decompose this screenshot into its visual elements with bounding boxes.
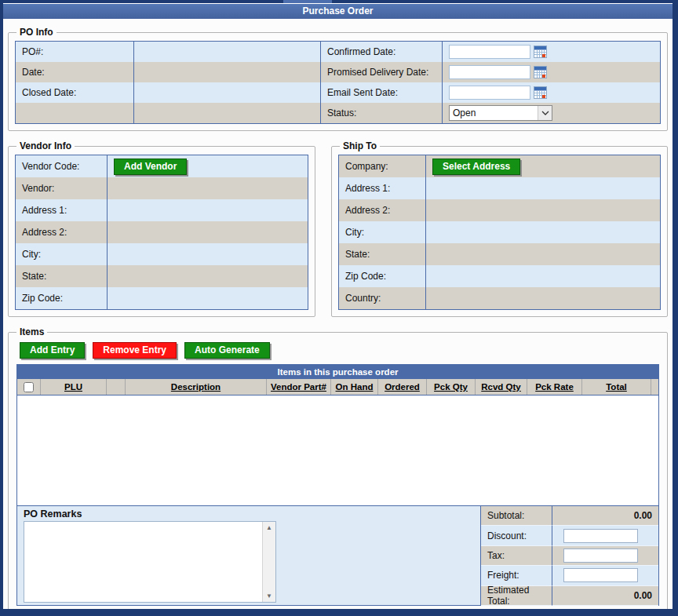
confirmed-date-input[interactable] bbox=[449, 45, 530, 59]
select-address-button[interactable]: Select Address bbox=[432, 159, 520, 175]
vendor-state-label: State: bbox=[16, 265, 107, 287]
promised-delivery-date-input[interactable] bbox=[449, 65, 530, 79]
ship-state-value bbox=[425, 243, 660, 265]
ship-country-value bbox=[425, 287, 660, 309]
column-header-ordered[interactable]: Ordered bbox=[378, 379, 427, 395]
column-header-blank bbox=[107, 379, 126, 395]
po-number-value bbox=[133, 42, 320, 62]
window-title: Purchase Order bbox=[3, 4, 673, 19]
vendor-zip-value bbox=[107, 287, 308, 309]
vendor-ship-row: Vendor Info Vendor Code: Add Vendor Vend… bbox=[8, 140, 668, 317]
po-info-legend: PO Info bbox=[16, 27, 56, 38]
remove-entry-button[interactable]: Remove Entry bbox=[93, 342, 177, 359]
ship-zip-value bbox=[425, 265, 660, 287]
vendor-label: Vendor: bbox=[16, 177, 107, 199]
date-label: Date: bbox=[16, 62, 133, 82]
column-header-pck-qty-label: Pck Qty bbox=[434, 382, 468, 392]
ship-city-label: City: bbox=[339, 221, 425, 243]
items-table-title: Items in this purchase order bbox=[17, 365, 658, 379]
closed-date-value bbox=[133, 82, 320, 103]
vendor-info-section: Vendor Info Vendor Code: Add Vendor Vend… bbox=[8, 140, 315, 317]
po-remarks-panel: PO Remarks ▲ ▼ bbox=[17, 506, 480, 605]
auto-generate-button[interactable]: Auto Generate bbox=[184, 342, 270, 359]
discount-label: Discount: bbox=[481, 526, 552, 545]
po-remarks-label: PO Remarks bbox=[24, 508, 474, 519]
po-info-section: PO Info PO#: Confirmed Date: bbox=[8, 27, 668, 131]
vendor-info-table: Vendor Code: Add Vendor Vendor: Address … bbox=[15, 155, 308, 310]
items-table: Items in this purchase order PLU Descrip… bbox=[16, 364, 659, 606]
po-remarks-input[interactable] bbox=[24, 522, 262, 602]
column-header-vendor-part[interactable]: Vendor Part# bbox=[267, 379, 331, 395]
ship-to-legend: Ship To bbox=[340, 140, 380, 151]
promised-delivery-date-cell bbox=[442, 62, 660, 82]
window-top-tab bbox=[283, 0, 332, 3]
window-top-border bbox=[0, 0, 678, 3]
po-number-label: PO#: bbox=[16, 42, 133, 62]
subtotal-value: 0.00 bbox=[552, 506, 658, 526]
remarks-scrollbar[interactable]: ▲ ▼ bbox=[262, 522, 275, 602]
ship-address1-label: Address 1: bbox=[339, 177, 425, 199]
vendor-value bbox=[107, 177, 308, 199]
column-header-plu[interactable]: PLU bbox=[41, 379, 107, 395]
estimated-total-label: Estimated Total: bbox=[481, 586, 552, 606]
column-header-pck-rate-label: Pck Rate bbox=[535, 382, 574, 392]
purchase-order-window: Purchase Order PO Info PO#: Confirmed Da… bbox=[0, 0, 678, 616]
column-header-description[interactable]: Description bbox=[126, 379, 267, 395]
totals-panel: Subtotal: 0.00 Discount: Tax: Freight: bbox=[480, 506, 658, 605]
email-sent-date-label: Email Sent Date: bbox=[320, 82, 442, 103]
discount-input[interactable] bbox=[563, 529, 638, 543]
vendor-code-cell: Add Vendor bbox=[107, 155, 308, 177]
add-entry-button[interactable]: Add Entry bbox=[20, 342, 85, 359]
vendor-info-legend: Vendor Info bbox=[16, 140, 75, 151]
po-info-empty-label bbox=[16, 103, 133, 123]
calendar-icon[interactable] bbox=[534, 46, 547, 58]
select-all-cell bbox=[17, 379, 41, 395]
freight-input[interactable] bbox=[563, 568, 638, 582]
column-header-on-hand[interactable]: On Hand bbox=[331, 379, 378, 395]
email-sent-date-input[interactable] bbox=[449, 86, 530, 100]
column-header-pck-rate[interactable]: Pck Rate bbox=[527, 379, 582, 395]
items-table-header: PLU Description Vendor Part# On Hand Ord… bbox=[17, 379, 658, 395]
confirmed-date-label: Confirmed Date: bbox=[320, 42, 442, 62]
select-all-checkbox[interactable] bbox=[24, 382, 34, 392]
window-frame: Purchase Order PO Info PO#: Confirmed Da… bbox=[3, 3, 673, 609]
items-legend: Items bbox=[16, 326, 47, 337]
closed-date-label: Closed Date: bbox=[16, 82, 133, 103]
vendor-address2-label: Address 2: bbox=[16, 221, 107, 243]
ship-country-label: Country: bbox=[339, 287, 425, 309]
items-footer: PO Remarks ▲ ▼ Subtotal: 0.0 bbox=[17, 505, 658, 605]
tax-input[interactable] bbox=[563, 549, 638, 563]
status-select-value: Open bbox=[450, 108, 476, 118]
vendor-city-label: City: bbox=[16, 243, 107, 265]
column-header-description-label: Description bbox=[171, 382, 221, 392]
email-sent-date-cell bbox=[442, 82, 660, 103]
vendor-state-value bbox=[107, 265, 308, 287]
vendor-address1-label: Address 1: bbox=[16, 199, 107, 221]
column-header-rcvd-qty[interactable]: Rcvd Qty bbox=[476, 379, 527, 395]
status-label: Status: bbox=[320, 103, 442, 123]
scroll-up-icon[interactable]: ▲ bbox=[263, 522, 275, 534]
vendor-zip-label: Zip Code: bbox=[16, 287, 107, 309]
column-header-on-hand-label: On Hand bbox=[336, 382, 374, 392]
status-select[interactable]: Open bbox=[449, 105, 552, 121]
company-label: Company: bbox=[339, 155, 425, 177]
calendar-icon[interactable] bbox=[534, 66, 547, 78]
po-remarks-box: ▲ ▼ bbox=[24, 521, 276, 603]
scroll-down-icon[interactable]: ▼ bbox=[263, 590, 275, 602]
promised-delivery-date-label: Promised Delivery Date: bbox=[320, 62, 442, 82]
column-header-total[interactable]: Total bbox=[582, 379, 651, 395]
ship-address2-label: Address 2: bbox=[339, 199, 425, 221]
po-info-empty-value bbox=[133, 103, 320, 123]
column-header-vendor-part-label: Vendor Part# bbox=[271, 382, 326, 392]
discount-cell bbox=[552, 526, 658, 545]
ship-address2-value bbox=[425, 199, 660, 221]
vendor-address1-value bbox=[107, 199, 308, 221]
column-header-pck-qty[interactable]: Pck Qty bbox=[427, 379, 476, 395]
tax-label: Tax: bbox=[481, 546, 552, 566]
add-vendor-button[interactable]: Add Vendor bbox=[114, 159, 187, 175]
chevron-down-icon[interactable] bbox=[538, 106, 552, 120]
items-table-body[interactable] bbox=[17, 395, 658, 505]
calendar-icon[interactable] bbox=[534, 86, 547, 99]
column-header-ordered-label: Ordered bbox=[385, 382, 420, 392]
ship-zip-label: Zip Code: bbox=[339, 265, 425, 287]
